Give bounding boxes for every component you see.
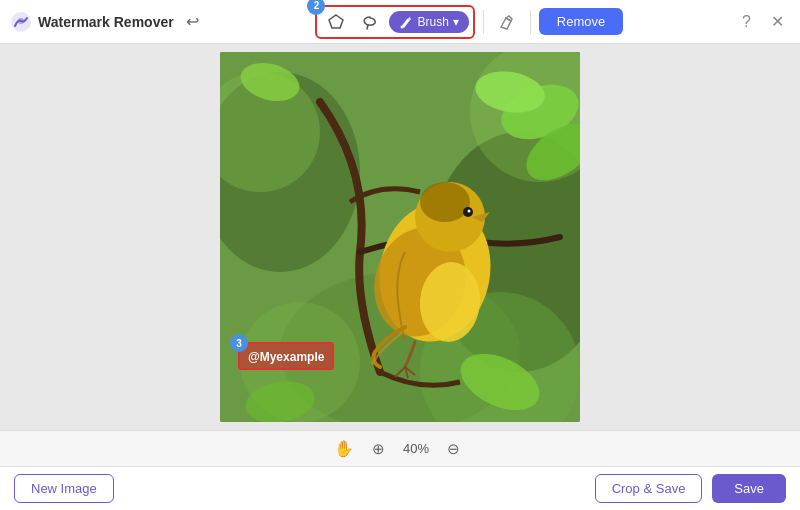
titlebar: Watermark Remover ↩ 2	[0, 0, 800, 44]
polygon-tool-button[interactable]	[321, 9, 351, 35]
watermark-selection-box[interactable]: 3 @Myexample	[238, 342, 334, 370]
svg-marker-2	[329, 15, 343, 28]
titlebar-left: Watermark Remover ↩	[10, 8, 203, 35]
lasso-tool-button[interactable]	[355, 9, 385, 35]
canvas-container: 3 @Myexample	[220, 52, 580, 422]
zoom-out-button[interactable]: ⊖	[441, 438, 466, 460]
bottom-right-actions: Crop & Save Save	[595, 474, 786, 503]
titlebar-right: ? ✕	[736, 10, 790, 33]
svg-point-22	[420, 182, 470, 222]
crop-save-button[interactable]: Crop & Save	[595, 474, 703, 503]
main-canvas-area: 3 @Myexample	[0, 44, 800, 430]
app-logo: Watermark Remover	[10, 11, 174, 33]
image-wrapper: 3 @Myexample	[220, 52, 580, 422]
logo-icon	[10, 11, 32, 33]
tool-group: 2 Brush	[315, 5, 474, 39]
zoom-level: 40%	[403, 441, 429, 456]
remove-button[interactable]: Remove	[539, 8, 623, 35]
toolbar-center: 2 Brush	[315, 5, 623, 39]
svg-point-3	[401, 25, 404, 28]
bird-image: 3 @Myexample	[220, 52, 580, 422]
back-button[interactable]: ↩	[182, 8, 203, 35]
erase-tool-button[interactable]	[492, 9, 522, 35]
bottom-bar: New Image Crop & Save Save	[0, 466, 800, 510]
app-title: Watermark Remover	[38, 14, 174, 30]
zoom-in-button[interactable]: ⊕	[366, 438, 391, 460]
brush-label: Brush	[417, 15, 448, 29]
brush-icon	[399, 15, 413, 29]
polygon-icon	[327, 13, 345, 31]
svg-point-1	[18, 18, 24, 24]
help-button[interactable]: ?	[736, 11, 757, 33]
brush-dropdown-icon: ▾	[453, 15, 459, 29]
svg-point-24	[468, 210, 471, 213]
zoom-bar: ✋ ⊕ 40% ⊖	[0, 430, 800, 466]
erase-icon	[498, 13, 516, 31]
save-button[interactable]: Save	[712, 474, 786, 503]
new-image-button[interactable]: New Image	[14, 474, 114, 503]
watermark-text: @Myexample	[248, 350, 324, 364]
hand-tool-icon[interactable]: ✋	[334, 439, 354, 458]
close-button[interactable]: ✕	[765, 10, 790, 33]
brush-tool-button[interactable]: Brush ▾	[389, 11, 468, 33]
toolbar-divider	[483, 10, 484, 34]
lasso-icon	[361, 13, 379, 31]
step3-badge: 3	[230, 334, 248, 352]
toolbar-divider2	[530, 10, 531, 34]
